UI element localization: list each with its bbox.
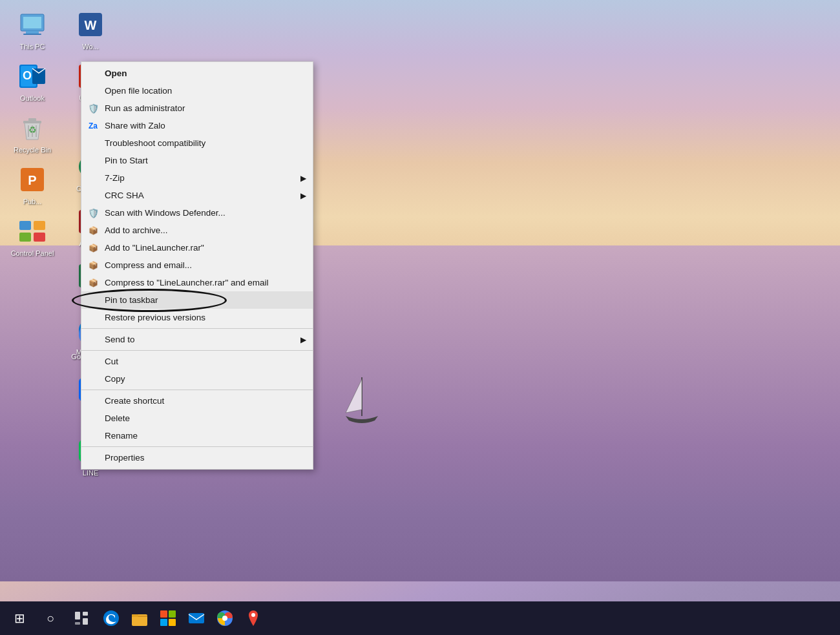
line-label: LINE: [83, 469, 98, 477]
svg-rect-44: [132, 614, 138, 617]
menu-item-share-zalo[interactable]: Za Share with Zalo: [81, 117, 313, 134]
svg-rect-3: [23, 17, 41, 28]
svg-rect-11: [28, 118, 36, 121]
menu-item-create-shortcut[interactable]: Create shortcut: [81, 392, 313, 410]
add-to-archive-label: Add to archive...: [105, 225, 168, 235]
share-zalo-label: Share with Zalo: [105, 121, 165, 130]
svg-rect-49: [189, 613, 204, 623]
svg-text:P: P: [28, 173, 36, 187]
edge-taskbar-icon: [102, 609, 120, 627]
svg-marker-1: [346, 379, 362, 413]
taskbar-edge[interactable]: [100, 607, 123, 630]
task-view-icon: [74, 611, 89, 625]
svg-text:♻: ♻: [28, 125, 37, 135]
svg-rect-5: [23, 34, 41, 35]
menu-item-pin-to-start[interactable]: Pin to Start: [81, 152, 313, 169]
compress-email-label: Compress and email...: [105, 260, 192, 270]
task-view-button[interactable]: [67, 604, 96, 632]
menu-item-restore-versions[interactable]: Restore previous versions: [81, 309, 313, 326]
svg-rect-46: [169, 610, 176, 618]
send-to-arrow: ▶: [300, 335, 306, 344]
menu-item-add-to-rar[interactable]: 📦 Add to "LineLauncher.rar": [81, 239, 313, 256]
taskbar-explorer[interactable]: [128, 607, 151, 630]
control-panel-icon: [17, 216, 48, 247]
pin-to-taskbar-label: Pin to taskbar: [105, 295, 158, 305]
run-as-admin-label: Run as administrator: [105, 103, 185, 113]
zalo-icon: Za: [87, 120, 100, 132]
add-to-rar-label: Add to "LineLauncher.rar": [105, 243, 204, 253]
menu-item-rename[interactable]: Rename: [81, 427, 313, 444]
desktop-icon-control-panel[interactable]: Control Panel: [6, 213, 58, 260]
taskbar-mail[interactable]: [185, 607, 208, 630]
menu-item-cut[interactable]: Cut: [81, 353, 313, 370]
rename-label: Rename: [105, 431, 138, 441]
rar-icon: 📦: [87, 242, 100, 255]
menu-item-send-to[interactable]: Send to ▶: [81, 331, 313, 348]
sailboat-decoration: [342, 374, 381, 428]
svg-rect-18: [34, 233, 45, 242]
desktop-icon-this-pc[interactable]: This PC: [6, 6, 58, 53]
outlook-label: Outlook: [20, 94, 45, 102]
svg-rect-38: [75, 612, 80, 619]
delete-label: Delete: [105, 413, 130, 423]
copy-label: Copy: [105, 374, 125, 384]
menu-item-open-file-location[interactable]: Open file location: [81, 82, 313, 99]
menu-item-compress-rar-email[interactable]: 📦 Compress to "LineLauncher.rar" and ema…: [81, 274, 313, 291]
create-shortcut-label: Create shortcut: [105, 396, 164, 406]
taskbar-store[interactable]: [156, 607, 180, 630]
menu-item-pin-to-taskbar[interactable]: Pin to taskbar: [81, 291, 313, 309]
desktop-icon-recycle-bin[interactable]: ♻ Recycle Bin: [6, 110, 58, 156]
shield-icon: 🛡️: [87, 102, 100, 115]
recycle-bin-icon: ♻: [17, 112, 48, 143]
svg-rect-4: [26, 31, 39, 34]
open-label: Open: [105, 68, 127, 78]
compress-icon: 📦: [87, 259, 100, 272]
outlook-icon: O: [17, 61, 48, 92]
desktop-icon-word[interactable]: W Wo...: [65, 6, 116, 53]
search-button[interactable]: ○: [36, 604, 65, 632]
start-button[interactable]: ⊞: [5, 604, 34, 632]
menu-item-7zip[interactable]: 7-Zip ▶: [81, 169, 313, 187]
menu-item-add-to-archive[interactable]: 📦 Add to archive...: [81, 222, 313, 239]
7zip-label: 7-Zip: [105, 173, 125, 183]
menu-item-troubleshoot[interactable]: Troubleshoot compatibility: [81, 134, 313, 152]
store-taskbar-icon: [159, 609, 177, 627]
desktop-icon-outlook[interactable]: O Outlook: [6, 58, 58, 105]
menu-item-properties[interactable]: Properties: [81, 449, 313, 466]
separator-2: [81, 350, 313, 351]
svg-point-52: [222, 616, 227, 621]
chrome-taskbar-icon: [216, 609, 234, 627]
svg-text:O: O: [23, 69, 32, 82]
desktop-icons-area: This PC O Outlook: [6, 6, 58, 260]
search-icon: ○: [47, 611, 54, 626]
svg-rect-15: [19, 221, 31, 230]
scan-defender-label: Scan with Windows Defender...: [105, 208, 226, 218]
restore-versions-label: Restore previous versions: [105, 313, 205, 322]
taskbar-chrome[interactable]: [213, 607, 236, 630]
svg-rect-45: [160, 610, 167, 618]
taskbar-maps[interactable]: [242, 607, 265, 630]
publisher-label: Pub...: [23, 198, 42, 205]
menu-item-open[interactable]: Open: [81, 65, 313, 82]
explorer-taskbar-icon: [131, 609, 149, 627]
menu-item-crc-sha[interactable]: CRC SHA ▶: [81, 187, 313, 204]
archive-icon: 📦: [87, 224, 100, 237]
menu-item-run-as-admin[interactable]: 🛡️ Run as administrator: [81, 99, 313, 117]
menu-item-copy[interactable]: Copy: [81, 370, 313, 388]
menu-item-delete[interactable]: Delete: [81, 410, 313, 427]
open-file-location-label: Open file location: [105, 86, 172, 96]
menu-item-compress-email[interactable]: 📦 Compress and email...: [81, 256, 313, 274]
menu-item-scan-defender[interactable]: 🛡️ Scan with Windows Defender...: [81, 204, 313, 222]
svg-rect-40: [75, 622, 80, 625]
svg-point-53: [251, 613, 255, 617]
this-pc-label: This PC: [19, 43, 45, 50]
separator-1: [81, 328, 313, 329]
control-panel-label: Control Panel: [11, 249, 54, 257]
maps-taskbar-icon: [244, 609, 262, 627]
word-label: Wo...: [82, 43, 98, 50]
svg-text:W: W: [85, 18, 97, 32]
word-icon: W: [75, 9, 106, 40]
context-menu: Open Open file location 🛡️ Run as admini…: [81, 61, 313, 470]
this-pc-icon: [17, 9, 48, 40]
desktop-icon-publisher[interactable]: P Pub...: [6, 161, 58, 208]
